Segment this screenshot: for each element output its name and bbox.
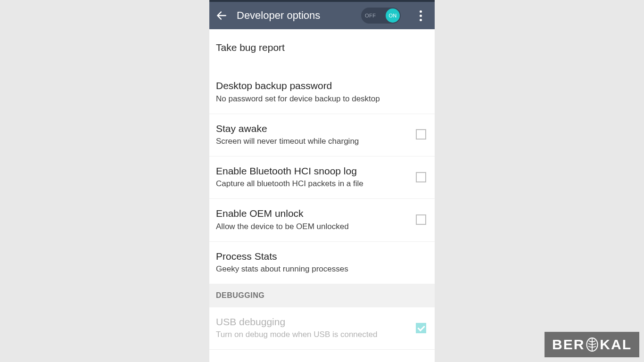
back-button[interactable] [212, 6, 231, 25]
watermark-badge: BER KAL [545, 332, 639, 357]
settings-list[interactable]: Take bug report Desktop backup password … [209, 29, 435, 362]
row-title: Process Stats [216, 250, 428, 263]
row-title: Stay awake [216, 123, 408, 135]
row-title: Enable Bluetooth HCI snoop log [216, 165, 408, 177]
row-desktop-backup-password[interactable]: Desktop backup password No password set … [209, 71, 435, 114]
row-title: Desktop backup password [216, 80, 428, 92]
row-take-bug-report[interactable]: Take bug report [209, 29, 435, 71]
section-header-debugging: DEBUGGING [209, 284, 435, 307]
row-usb-debugging[interactable]: USB debugging Turn on debug mode when US… [209, 307, 435, 350]
app-header: Developer options OFF ON [209, 2, 435, 29]
row-stay-awake[interactable]: Stay awake Screen will never timeout whi… [209, 114, 435, 156]
row-enable-oem-unlock[interactable]: Enable OEM unlock Allow the device to be… [209, 199, 435, 241]
checkbox-bluetooth-hci[interactable] [416, 172, 426, 182]
master-toggle[interactable]: OFF ON [361, 8, 401, 24]
checkbox-usb-debugging[interactable] [416, 323, 426, 333]
toggle-off-label: OFF [365, 13, 376, 18]
checkbox-oem-unlock[interactable] [416, 214, 426, 225]
row-title: USB debugging [216, 316, 408, 328]
row-subtitle: Capture all bluetooth HCI packets in a f… [216, 179, 408, 189]
row-subtitle: Geeky stats about running processes [216, 264, 428, 274]
toggle-on-thumb: ON [386, 8, 400, 23]
row-title: Take bug report [216, 41, 428, 54]
fingerprint-icon [586, 337, 599, 352]
row-bluetooth-hci-snoop[interactable]: Enable Bluetooth HCI snoop log Capture a… [209, 156, 435, 199]
row-subtitle: No password set for device backup to des… [216, 94, 428, 104]
row-subtitle: Screen will never timeout while charging [216, 136, 408, 147]
checkbox-stay-awake[interactable] [416, 129, 426, 140]
watermark-text-pre: BER [552, 337, 585, 353]
row-subtitle: Allow the device to be OEM unlocked [216, 222, 408, 232]
overflow-menu-button[interactable] [411, 6, 430, 25]
row-title: Enable OEM unlock [216, 207, 408, 220]
page-title: Developer options [237, 9, 355, 22]
watermark-text-post: KAL [600, 337, 632, 353]
row-process-stats[interactable]: Process Stats Geeky stats about running … [209, 242, 435, 284]
phone-screen: Developer options OFF ON Take bug report… [209, 0, 435, 362]
row-subtitle: Turn on debug mode when USB is connected [216, 329, 408, 340]
